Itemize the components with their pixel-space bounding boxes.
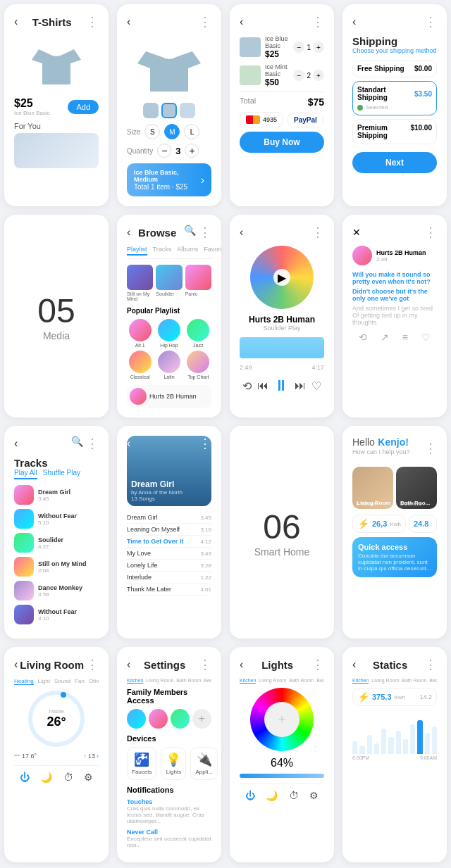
statics-tab-kitchen[interactable]: Kitchen	[352, 678, 369, 684]
lights-sleep-icon[interactable]: 🌙	[266, 790, 278, 801]
playlist-1[interactable]: Still on My Mind	[127, 265, 153, 301]
shuffle-play-button[interactable]: Shuffle Play	[43, 469, 80, 479]
assistant-menu[interactable]: ⋮	[424, 441, 437, 456]
song-5[interactable]: Lonely Life 3:28	[127, 560, 211, 572]
lyrics-heart-icon[interactable]: ♡	[421, 332, 431, 343]
artist-6[interactable]: Top Chart	[185, 351, 211, 379]
lights-tab-bed[interactable]: Bed	[316, 678, 324, 684]
track-item-5[interactable]: Dance Monkey 3:59	[14, 581, 99, 600]
cart-back[interactable]: ‹	[240, 15, 243, 28]
next-icon[interactable]: ⏭	[295, 379, 306, 392]
lyrics-repeat-icon[interactable]: ⟲	[359, 332, 367, 343]
lr-menu[interactable]: ⋮	[86, 657, 99, 672]
lights-power-icon[interactable]: ⏻	[245, 790, 255, 801]
track-item-3[interactable]: Soulider 4:27	[14, 533, 99, 553]
size-s[interactable]: S	[144, 124, 160, 139]
color-option-1[interactable]	[143, 103, 159, 118]
waveform[interactable]	[240, 337, 324, 358]
cart-item-2-minus[interactable]: −	[293, 70, 304, 81]
tab-albums[interactable]: Albums	[177, 246, 198, 256]
statics-back[interactable]: ‹	[352, 658, 356, 671]
settings-menu[interactable]: ⋮	[199, 657, 211, 672]
lyrics-menu[interactable]: ⋮	[424, 225, 437, 240]
power-icon[interactable]: ⏻	[20, 772, 30, 783]
tab-sound[interactable]: Sound	[54, 678, 70, 685]
size-m[interactable]: M	[164, 124, 180, 139]
settings-icon[interactable]: ⚙	[84, 772, 93, 783]
standard-shipping-option[interactable]: Standart Shipping $3.50 Selected	[352, 81, 437, 115]
add-to-cart-button[interactable]: Add	[68, 100, 99, 114]
lights-menu[interactable]: ⋮	[311, 657, 324, 672]
sleep-icon[interactable]: 🌙	[40, 772, 52, 783]
artist-5[interactable]: Latin	[156, 351, 182, 379]
song-1[interactable]: Dream Girl 3:45	[127, 512, 211, 524]
cart-item-2-plus[interactable]: +	[313, 70, 324, 81]
repeat-icon[interactable]: ⟲	[242, 379, 252, 393]
buy-now-button[interactable]: Buy Now	[240, 132, 324, 153]
tab-fan[interactable]: Fan	[75, 678, 85, 685]
cart-item-1-minus[interactable]: −	[293, 42, 304, 53]
playlist-3[interactable]: Panic	[185, 265, 211, 301]
tab-favorites[interactable]: Favorites	[204, 246, 221, 256]
lyrics-list-icon[interactable]: ≡	[402, 332, 408, 343]
song-2[interactable]: Leaning On Myself 3:10	[127, 524, 211, 536]
paypal-option[interactable]: PayPal	[288, 113, 323, 127]
statics-tab-bed[interactable]: Bed	[429, 678, 437, 684]
tab-bath-room[interactable]: Bath Room	[176, 678, 201, 684]
lr-back[interactable]: ‹	[14, 658, 18, 671]
statics-tab-living[interactable]: Living Room	[371, 678, 399, 684]
quick-access[interactable]: Quick access Conubia dui accumsan cupida…	[352, 537, 437, 577]
artist-1[interactable]: Alt 1	[127, 319, 153, 348]
statics-menu[interactable]: ⋮	[424, 657, 437, 672]
song-3[interactable]: Time to Get Over It 4:12	[127, 536, 211, 548]
tab-playlist[interactable]: Playlist	[127, 246, 147, 256]
song-4[interactable]: My Love 3:43	[127, 548, 211, 560]
play-all-button[interactable]: Play All	[14, 469, 37, 479]
qty-minus-button[interactable]: −	[157, 144, 171, 158]
lights-settings-icon[interactable]: ⚙	[309, 790, 319, 801]
lights-back[interactable]: ‹	[240, 658, 243, 671]
song-7[interactable]: Thank Me Later 4:01	[127, 584, 211, 596]
dg-back[interactable]: ‹	[127, 437, 130, 450]
tab-living-room[interactable]: Living Room	[146, 678, 173, 684]
dg-menu[interactable]: ⋮	[199, 436, 211, 451]
lyrics-share-icon[interactable]: ↗	[381, 332, 389, 343]
color-option-3[interactable]	[180, 103, 195, 118]
lights-tab-bath[interactable]: Bath Room	[289, 678, 314, 684]
cart-bar-arrow[interactable]: ›	[201, 174, 204, 187]
qty-plus-button[interactable]: +	[185, 144, 199, 158]
tracks-search-icon[interactable]: 🔍	[71, 436, 83, 451]
track-item-6[interactable]: Without Fear 3:10	[14, 605, 99, 624]
player-back[interactable]: ‹	[240, 226, 243, 239]
shipping-back[interactable]: ‹	[352, 15, 356, 28]
tshirt-detail-menu[interactable]: ⋮	[199, 14, 211, 30]
browse-menu[interactable]: ⋮	[199, 225, 211, 240]
track-item-2[interactable]: Without Fear 5:10	[14, 509, 99, 529]
size-l[interactable]: L	[184, 124, 199, 139]
tshirts-back-arrow[interactable]: ‹	[14, 15, 18, 28]
track-item-1[interactable]: Dream Girl 3:45	[14, 485, 99, 505]
tab-other[interactable]: Other	[89, 678, 99, 685]
tab-tracks[interactable]: Tracks	[153, 246, 172, 256]
shipping-menu[interactable]: ⋮	[424, 14, 437, 30]
artist-4[interactable]: Classical	[127, 351, 153, 379]
tab-heating[interactable]: Heating	[14, 678, 34, 685]
mini-track[interactable]: Hurts 2B Human	[127, 385, 211, 408]
tab-kitchen[interactable]: Kitchen	[127, 678, 143, 684]
artist-3[interactable]: Jazz	[185, 319, 211, 348]
heart-icon[interactable]: ♡	[311, 379, 321, 393]
color-option-2[interactable]	[161, 103, 177, 118]
device-lights[interactable]: 💡 Lights	[161, 747, 186, 780]
lights-tab-living[interactable]: Living Room	[259, 678, 286, 684]
brightness-bar[interactable]	[240, 774, 324, 778]
mastercard-option[interactable]: 4935	[240, 112, 283, 127]
tab-bed[interactable]: Bed	[204, 678, 211, 684]
browse-search-icon[interactable]: 🔍	[184, 225, 196, 240]
tshirt-detail-back[interactable]: ‹	[127, 15, 130, 28]
add-member-button[interactable]: +	[192, 709, 211, 729]
premium-shipping-option[interactable]: Premium Shipping $10.00	[352, 119, 437, 144]
play-pause-icon[interactable]: ⏸	[273, 377, 289, 395]
lights-tab-kitchen[interactable]: Kitchen	[240, 678, 256, 684]
tracks-menu[interactable]: ⋮	[86, 436, 99, 451]
timer-icon[interactable]: ⏱	[63, 772, 73, 783]
